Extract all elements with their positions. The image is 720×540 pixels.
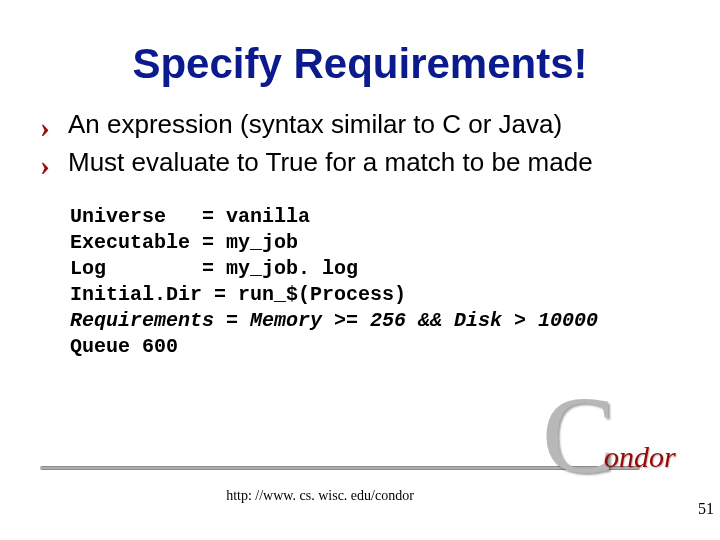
code-block: Universe = vanilla Executable = my_job L… bbox=[70, 204, 680, 360]
code-line: Universe = vanilla bbox=[70, 205, 310, 228]
bullet-text: Must evaluate to True for a match to be … bbox=[68, 146, 680, 179]
footer-url: http: //www. cs. wisc. edu/condor bbox=[0, 488, 640, 504]
code-line: Executable = my_job bbox=[70, 231, 298, 254]
bullet-list: › An expression (syntax similar to C or … bbox=[40, 108, 680, 180]
code-line: Initial.Dir = run_$(Process) bbox=[70, 283, 406, 306]
page-number: 51 bbox=[698, 500, 714, 518]
logo-text-ondor: ondor bbox=[604, 440, 676, 474]
bullet-text: An expression (syntax similar to C or Ja… bbox=[68, 108, 680, 141]
chevron-right-icon: › bbox=[40, 150, 68, 180]
bullet-item: › Must evaluate to True for a match to b… bbox=[40, 146, 680, 180]
chevron-right-icon: › bbox=[40, 112, 68, 142]
slide-title: Specify Requirements! bbox=[40, 40, 680, 88]
code-line: Queue 600 bbox=[70, 335, 178, 358]
code-line-requirements: Requirements = Memory >= 256 && Disk > 1… bbox=[70, 309, 598, 332]
code-line: Log = my_job. log bbox=[70, 257, 358, 280]
bullet-item: › An expression (syntax similar to C or … bbox=[40, 108, 680, 142]
